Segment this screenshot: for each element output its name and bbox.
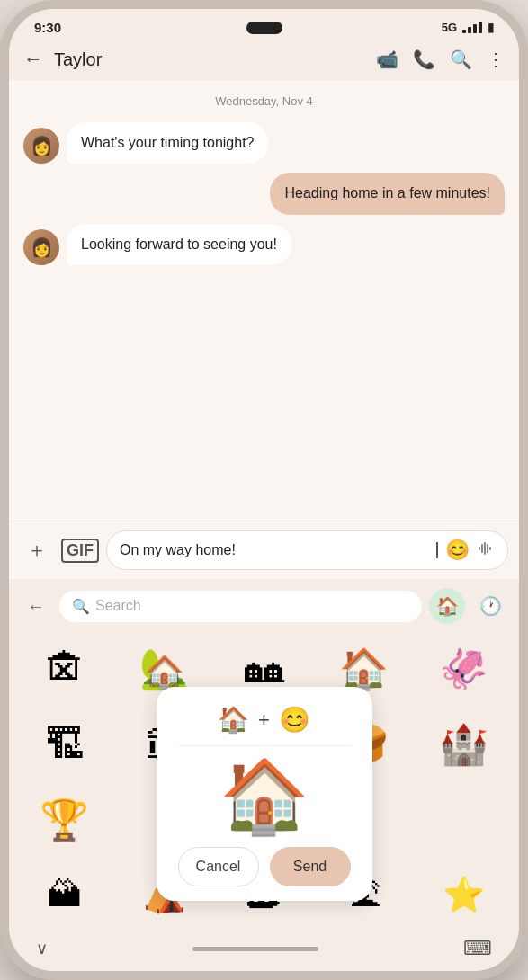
phone-icon[interactable]: 📞 xyxy=(413,49,435,70)
video-call-icon[interactable]: 📹 xyxy=(376,49,398,70)
emoji-cell[interactable]: 🦑 xyxy=(416,633,512,705)
emoji-grid-container: 🏚 🏡 🏘 🏠 🦑 🏗 🏛 🏣 🍞 🏰 🏆 🏠 + 😊 xyxy=(9,633,519,860)
emoji-combination-popup: 🏠 + 😊 🏠 Cancel Send xyxy=(157,687,372,901)
home-emoji-icon: 🏠 xyxy=(436,595,459,617)
input-bar: ＋ GIF On my way home! 😊 xyxy=(9,521,519,579)
add-icon: ＋ xyxy=(27,537,47,564)
recent-icon: 🕐 xyxy=(479,595,502,617)
battery-icon: ▮ xyxy=(488,21,494,34)
combo-emoji-1: 🏠 xyxy=(218,705,249,735)
svg-rect-3 xyxy=(487,544,488,553)
popup-combo-display: 🏠 + 😊 xyxy=(218,705,310,735)
keyboard-icon[interactable]: ⌨ xyxy=(463,937,492,960)
emoji-panel-nav: ← 🔍 Search 🏠 🕐 xyxy=(9,588,519,624)
combo-emoji-2: 😊 xyxy=(279,705,310,735)
network-label: 5G xyxy=(442,21,457,34)
message-input-text[interactable]: On my way home! xyxy=(120,542,428,558)
emoji-cell[interactable]: 🏚 xyxy=(16,633,112,705)
cursor xyxy=(436,542,438,558)
chat-area: Wednesday, Nov 4 👩 What's your timing to… xyxy=(9,80,519,521)
svg-rect-0 xyxy=(479,547,480,550)
emoji-cell[interactable]: ⭐ xyxy=(416,863,512,926)
emoji-panel-back-button[interactable]: ← xyxy=(20,590,52,622)
camera-notch xyxy=(246,22,282,34)
plus-sign: + xyxy=(258,708,270,732)
popup-result-emoji: 🏠 xyxy=(219,761,309,833)
home-indicator xyxy=(192,947,318,951)
message-text: Looking forward to seeing you! xyxy=(81,236,277,252)
voice-button[interactable] xyxy=(477,539,495,562)
emoji-search-wrap[interactable]: 🔍 Search xyxy=(59,591,422,622)
emoji-search-placeholder: Search xyxy=(95,598,141,614)
message-input-wrap: On my way home! 😊 xyxy=(106,530,508,570)
message-bubble-outgoing: Heading home in a few minutes! xyxy=(270,173,505,214)
search-icon: 🔍 xyxy=(72,598,90,615)
search-icon[interactable]: 🔍 xyxy=(450,49,472,70)
back-button[interactable]: ← xyxy=(23,48,43,71)
more-menu-icon[interactable]: ⋮ xyxy=(487,49,505,70)
message-row: 👩 Looking forward to seeing you! xyxy=(23,224,505,265)
chevron-down-icon[interactable]: ∨ xyxy=(36,939,48,958)
svg-rect-1 xyxy=(481,544,483,553)
send-button[interactable]: Send xyxy=(270,847,351,886)
date-divider: Wednesday, Nov 4 xyxy=(23,94,505,108)
message-bubble-incoming: What's your timing tonight? xyxy=(67,122,268,164)
contact-name: Taylor xyxy=(54,49,365,70)
svg-rect-4 xyxy=(489,547,491,550)
emoji-panel: ← 🔍 Search 🏠 🕐 🏚 🏡 🏘 🏠 🦑 🏗 🏛 xyxy=(9,579,519,926)
emoji-cell[interactable]: 🏰 xyxy=(416,708,512,780)
bottom-bar: ∨ ⌨ xyxy=(9,926,519,971)
message-bubble-incoming: Looking forward to seeing you! xyxy=(67,224,291,265)
status-bar: 9:30 5G ▮ xyxy=(9,9,519,40)
message-row: Heading home in a few minutes! xyxy=(23,173,505,214)
gif-icon: GIF xyxy=(61,539,99,563)
avatar: 👩 xyxy=(23,229,59,265)
popup-divider xyxy=(178,745,351,746)
emoji-cell[interactable]: 🏔 xyxy=(16,863,112,926)
avatar: 👩 xyxy=(23,128,59,164)
message-text: What's your timing tonight? xyxy=(81,135,254,150)
emoji-recent-button[interactable]: 🕐 xyxy=(472,588,508,624)
nav-actions: 📹 📞 🔍 ⋮ xyxy=(376,49,505,70)
emoji-button[interactable]: 😊 xyxy=(445,539,470,562)
signal-icon xyxy=(462,22,482,33)
status-indicators: 5G ▮ xyxy=(442,21,494,34)
add-button[interactable]: ＋ xyxy=(20,533,54,567)
emoji-cell[interactable]: 🏗 xyxy=(16,708,112,780)
nav-bar: ← Taylor 📹 📞 🔍 ⋮ xyxy=(9,40,519,80)
message-row: 👩 What's your timing tonight? xyxy=(23,122,505,164)
back-arrow-icon: ← xyxy=(27,596,45,617)
emoji-cell[interactable]: 🏆 xyxy=(16,784,112,856)
status-time: 9:30 xyxy=(34,20,61,35)
message-text: Heading home in a few minutes! xyxy=(284,185,490,200)
gif-button[interactable]: GIF xyxy=(63,533,97,567)
emoji-home-button[interactable]: 🏠 xyxy=(429,588,465,624)
phone-frame: 9:30 5G ▮ ← Taylor 📹 📞 🔍 ⋮ Wednesday, No… xyxy=(0,0,528,980)
cancel-button[interactable]: Cancel xyxy=(178,847,259,886)
popup-buttons: Cancel Send xyxy=(178,847,351,886)
svg-rect-2 xyxy=(484,542,486,555)
